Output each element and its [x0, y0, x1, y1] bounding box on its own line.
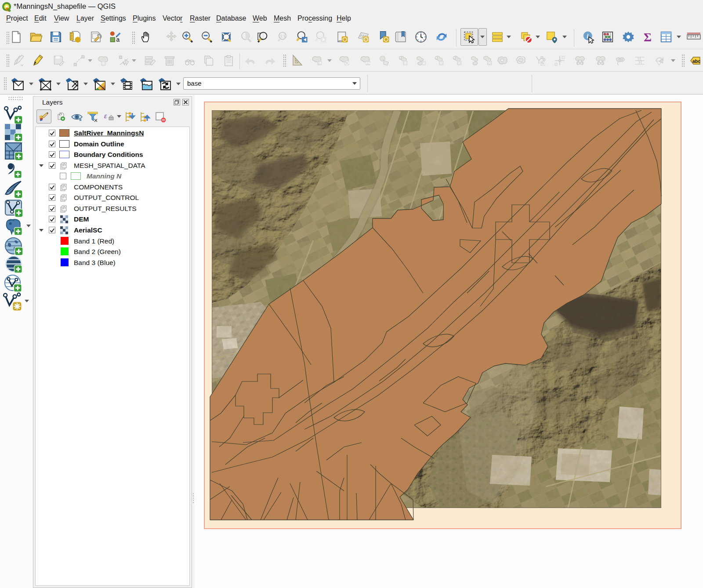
svg-text:i: i: [587, 33, 588, 40]
svg-text:Σ: Σ: [644, 30, 652, 44]
svg-text:ε: ε: [104, 112, 107, 120]
svg-text:1:1: 1:1: [280, 34, 285, 38]
svg-text:a: a: [116, 36, 120, 43]
svg-text:abc: abc: [692, 58, 700, 64]
